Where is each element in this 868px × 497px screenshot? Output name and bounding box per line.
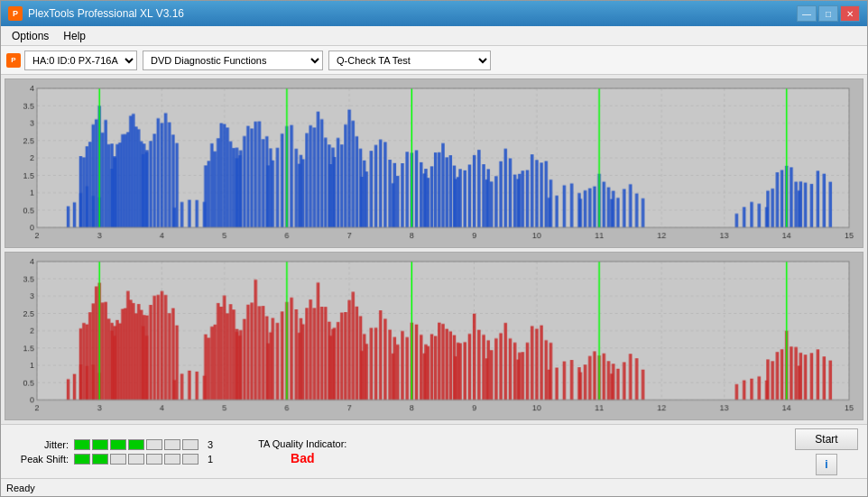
jitter-seg-2 [92, 439, 108, 450]
jitter-seg-5 [146, 439, 162, 450]
jitter-seg-7 [182, 439, 199, 450]
menu-options[interactable]: Options [5, 28, 56, 44]
bottom-chart [5, 253, 863, 420]
ta-quality-panel: TA Quality Indicator: Bad [258, 438, 346, 465]
peak-seg-2 [92, 454, 108, 465]
peak-seg-4 [128, 454, 144, 465]
app-icon: P [8, 6, 23, 21]
jitter-row: Jitter: 3 [10, 439, 213, 450]
drive-icon: P [6, 53, 21, 68]
ta-quality-label: TA Quality Indicator: [258, 438, 346, 449]
status-text: Ready [6, 483, 35, 493]
title-bar: P PlexTools Professional XL V3.16 — □ ✕ [1, 1, 867, 26]
drive-selector: P HA:0 ID:0 PX-716A [6, 51, 137, 70]
bottom-bar: Jitter: 3 Peak Shift: [1, 424, 867, 478]
main-window: P PlexTools Professional XL V3.16 — □ ✕ … [0, 0, 868, 497]
menu-help[interactable]: Help [56, 28, 93, 44]
peakshift-meter [74, 454, 199, 465]
function-dropdown[interactable]: DVD Diagnostic Functions [143, 51, 323, 70]
peakshift-row: Peak Shift: 1 [10, 454, 213, 465]
jitter-meter [74, 439, 199, 450]
info-button[interactable]: i [816, 454, 837, 475]
peakshift-label: Peak Shift: [10, 454, 69, 465]
jitter-seg-1 [74, 439, 90, 450]
metrics-panel: Jitter: 3 Peak Shift: [10, 439, 213, 465]
toolbar: P HA:0 ID:0 PX-716A DVD Diagnostic Funct… [1, 46, 867, 75]
status-bar: Ready [1, 478, 867, 496]
top-chart [5, 79, 863, 247]
start-button[interactable]: Start [795, 428, 858, 450]
peak-seg-7 [182, 454, 199, 465]
close-button[interactable]: ✕ [840, 5, 860, 22]
jitter-seg-3 [110, 439, 126, 450]
window-controls: — □ ✕ [797, 5, 860, 22]
drive-dropdown[interactable]: HA:0 ID:0 PX-716A [24, 51, 137, 70]
peakshift-value: 1 [208, 454, 213, 465]
ta-quality-value: Bad [291, 451, 314, 465]
jitter-seg-4 [128, 439, 144, 450]
top-chart-container [5, 78, 863, 248]
peak-seg-5 [146, 454, 162, 465]
maximize-button[interactable]: □ [818, 5, 838, 22]
peak-seg-3 [110, 454, 126, 465]
peak-seg-1 [74, 454, 90, 465]
minimize-button[interactable]: — [797, 5, 817, 22]
content-area [1, 75, 867, 424]
bottom-chart-container [5, 252, 863, 421]
jitter-seg-6 [164, 439, 180, 450]
test-dropdown[interactable]: Q-Check TA Test [328, 51, 491, 70]
window-title: PlexTools Professional XL V3.16 [28, 7, 797, 20]
jitter-label: Jitter: [10, 439, 69, 450]
peak-seg-6 [164, 454, 180, 465]
jitter-value: 3 [208, 439, 213, 450]
menu-bar: Options Help [1, 26, 867, 46]
action-panel: Start i [795, 428, 858, 475]
